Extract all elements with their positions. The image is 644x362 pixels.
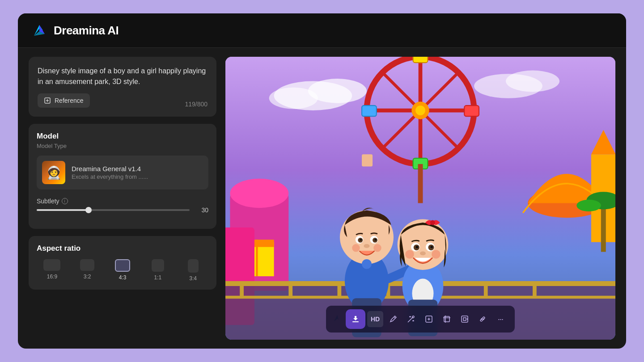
more-button[interactable]: ···: [492, 311, 508, 327]
slider-container[interactable]: [37, 209, 190, 211]
header: Dreamina AI: [18, 13, 626, 48]
right-panel: HD: [225, 57, 615, 340]
model-title: Model: [37, 132, 208, 141]
model-subtitle: Model Type: [37, 143, 208, 149]
logo-icon: [30, 21, 48, 39]
edit-button[interactable]: [385, 311, 401, 327]
svg-point-48: [360, 239, 362, 240]
prompt-footer: Reference 119/800: [38, 93, 208, 108]
aspect-icon-3-4: [188, 259, 199, 273]
aspect-option-1-1[interactable]: 1:1: [142, 259, 173, 282]
svg-rect-80: [480, 316, 485, 321]
svg-point-50: [364, 244, 369, 248]
svg-point-67: [405, 250, 414, 259]
model-desc: Excels at everything from ......: [72, 173, 148, 180]
svg-point-24: [576, 200, 601, 211]
logo-text: Dreamina AI: [54, 24, 119, 38]
svg-rect-13: [464, 105, 479, 116]
svg-point-65: [416, 246, 418, 248]
aspect-icon-1-1: [152, 259, 164, 272]
svg-rect-22: [601, 203, 606, 252]
svg-point-68: [432, 250, 441, 259]
scene-svg: [225, 57, 615, 340]
aspect-label-1-1: 1:1: [154, 274, 161, 281]
app-container: Dreamina AI Disney style image of a boy …: [18, 13, 626, 349]
aspect-icon-4-3: [115, 259, 130, 272]
svg-point-69: [420, 251, 426, 255]
aspect-option-3-4[interactable]: 3:4: [178, 259, 208, 282]
slider-thumb[interactable]: [85, 207, 92, 213]
crop-button[interactable]: [439, 311, 455, 327]
slider-row: 30: [37, 206, 208, 214]
magic-button[interactable]: [403, 311, 419, 327]
prompt-text: Disney style image of a boy and a girl h…: [38, 66, 208, 87]
svg-point-60: [430, 220, 435, 225]
svg-point-66: [430, 246, 432, 248]
svg-rect-79: [462, 316, 468, 322]
svg-rect-36: [337, 283, 341, 298]
svg-point-6: [506, 71, 559, 92]
svg-point-82: [483, 319, 484, 320]
svg-point-4: [269, 88, 318, 109]
aspect-section: Aspect ratio 16:9 3:2 4:3: [29, 236, 216, 290]
svg-rect-39: [484, 283, 488, 298]
download-button[interactable]: [346, 309, 365, 329]
reference-icon: [44, 97, 51, 104]
char-count: 119/800: [185, 101, 208, 108]
aspect-icon-3-2: [80, 259, 94, 271]
aspect-option-16-9[interactable]: 16:9: [37, 259, 68, 282]
svg-rect-40: [533, 283, 537, 298]
svg-rect-34: [240, 283, 244, 298]
aspect-options: 16:9 3:2 4:3 1:1: [37, 259, 208, 282]
subtlety-row: Subtlety i: [37, 198, 208, 205]
model-name: Dreamina General v1.4: [72, 165, 148, 173]
reference-button[interactable]: Reference: [38, 93, 90, 108]
nav-pointer: [332, 313, 342, 325]
svg-point-17: [415, 105, 425, 115]
svg-point-72: [412, 316, 414, 318]
aspect-option-3-2[interactable]: 3:2: [72, 259, 103, 282]
svg-point-26: [230, 179, 288, 208]
model-card[interactable]: Dreamina General v1.4 Excels at everythi…: [37, 156, 208, 189]
bandage-button[interactable]: [475, 311, 491, 327]
left-panel: Disney style image of a boy and a girl h…: [29, 57, 216, 340]
aspect-label-3-4: 3:4: [189, 275, 197, 282]
prompt-box: Disney style image of a boy and a girl h…: [29, 57, 216, 117]
aspect-icon-16-9: [43, 259, 60, 271]
svg-rect-53: [362, 154, 373, 166]
resize-button[interactable]: [457, 311, 473, 327]
svg-point-49: [374, 239, 376, 240]
svg-rect-12: [413, 57, 428, 63]
aspect-option-4-3[interactable]: 4:3: [107, 259, 138, 282]
model-info: Dreamina General v1.4 Excels at everythi…: [72, 165, 148, 180]
slider-fill: [37, 209, 89, 211]
slider-value: 30: [195, 206, 208, 214]
svg-line-71: [394, 317, 395, 318]
model-thumbnail: [42, 161, 65, 184]
subtlety-info-icon[interactable]: i: [62, 198, 68, 204]
aspect-title: Aspect ratio: [37, 244, 208, 253]
svg-point-51: [352, 244, 360, 252]
svg-rect-35: [288, 283, 292, 298]
aspect-label-3-2: 3:2: [84, 274, 91, 280]
hd-button[interactable]: HD: [367, 311, 383, 327]
subtlety-label: Subtlety i: [37, 198, 68, 205]
slider-track: [37, 209, 190, 211]
generated-image: HD: [225, 57, 615, 340]
main-content: Disney style image of a boy and a girl h…: [18, 48, 626, 349]
expand-button[interactable]: [421, 311, 437, 327]
svg-rect-78: [444, 316, 449, 322]
image-toolbar: HD: [326, 306, 515, 333]
svg-point-52: [373, 244, 381, 252]
model-section: Model Model Type Dreamina General v1.4 E…: [29, 124, 216, 229]
svg-rect-14: [362, 105, 377, 116]
svg-point-55: [362, 259, 372, 269]
svg-point-81: [481, 319, 482, 320]
aspect-label-16-9: 16:9: [47, 274, 57, 280]
aspect-label-4-3: 4:3: [119, 274, 127, 281]
svg-rect-70: [352, 321, 359, 322]
